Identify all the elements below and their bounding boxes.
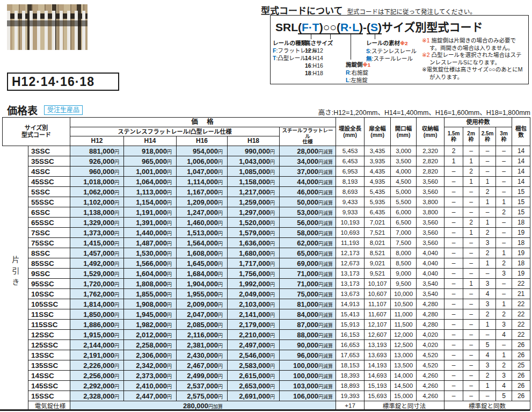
cell-unit: 円 <box>114 313 119 318</box>
cell-unit: 円 <box>270 343 275 349</box>
cell-f15: – <box>444 309 463 320</box>
cell-unit: 円 <box>167 374 172 379</box>
legend-item: R:右施錠 <box>346 69 370 76</box>
cell-unit: 円減算 <box>318 343 333 349</box>
table-row: 65SSC1,329,000円1,391,000円1,460,000円1,520… <box>3 218 530 228</box>
cell-f25: 1 <box>479 381 496 391</box>
legend-item-key: 16 <box>305 62 311 69</box>
cell-door: 5,435 <box>365 187 391 197</box>
legend-item-key: R <box>346 69 350 76</box>
cell-door: 10,607 <box>365 289 391 299</box>
cell-value: 1,113,000 <box>136 188 167 196</box>
cell-h14: 1,487,000円 <box>124 238 177 248</box>
cell-opening: 6,000 <box>391 207 417 218</box>
cell-value: 90,000 <box>297 341 318 349</box>
cell-unit: 円 <box>167 221 172 226</box>
cell-h18: 2,583,000円 <box>228 360 280 371</box>
cell-f3: 2 <box>496 207 512 218</box>
cell-pack: 19 <box>512 248 530 258</box>
cell-unit: 円 <box>218 272 223 277</box>
cell-h18: 1,158,000円 <box>228 177 280 187</box>
cell-code: 5SSC <box>28 187 70 197</box>
cell-steel: 34,000円減算 <box>280 156 336 167</box>
cell-value: 1,329,000 <box>83 219 114 227</box>
cell-h16: 1,904,000円 <box>177 279 228 289</box>
cell-buried: 10,193 <box>336 218 365 228</box>
cell-unit: 円減算 <box>318 292 333 298</box>
cell-h12: 1,062,000円 <box>70 187 124 197</box>
cell-unit: 円 <box>167 302 172 308</box>
cell-f15: – <box>444 299 463 309</box>
cell-unit: 円 <box>167 343 172 349</box>
cell-unit: 円 <box>114 282 119 287</box>
cell-f2: – <box>463 391 479 401</box>
connector-material <box>375 34 375 39</box>
cell-unit: 円 <box>270 323 275 328</box>
cell-steel: 62,000円減算 <box>280 238 336 248</box>
cell-h14: 1,191,000円 <box>124 207 177 218</box>
cell-value: 1,064,000 <box>136 178 167 186</box>
table-row: 10SSC1,762,000円1,855,000円1,955,000円2,049… <box>3 289 530 299</box>
cell-unit: 円 <box>114 241 119 247</box>
cell-value: 2,049,000 <box>239 290 270 298</box>
legend-item-key: F <box>273 47 276 54</box>
cell-h12: 1,018,000円 <box>70 177 124 187</box>
cell-f2: – <box>463 248 479 258</box>
cell-unit: 円 <box>218 190 223 196</box>
cell-unit: 円 <box>218 333 223 338</box>
cell-storage: 4,280 <box>417 309 444 320</box>
legend-item: L:左施錠 <box>346 76 370 84</box>
cell-pack: 19 <box>512 228 530 238</box>
cell-unit: 円 <box>270 160 275 165</box>
cell-h12: 926,000円 <box>70 156 124 167</box>
cell-door: 13,693 <box>365 350 391 360</box>
cell-code: 85SSC <box>28 258 70 269</box>
cell-door: 8,021 <box>365 238 391 248</box>
legend-item: 18:H18 <box>305 69 333 77</box>
cell-storage: 3,560 <box>417 187 444 197</box>
note-1: ※1 施錠側は片開きの場合のみ必要です。両開きの場合は入りません。 <box>422 37 526 52</box>
cell-unit: 円 <box>114 333 119 338</box>
cell-h14: 2,373,000円 <box>124 371 177 381</box>
cell-h14: 1,001,000円 <box>124 167 177 177</box>
electric-row-spacer <box>3 401 28 410</box>
cell-unit: 円 <box>114 292 119 298</box>
cell-unit: 円 <box>114 231 119 236</box>
cell-h12: 2,191,000円 <box>70 350 124 360</box>
cell-h18: 1,217,000円 <box>228 187 280 197</box>
cell-value: 71,000 <box>297 280 318 288</box>
cell-storage: 4,040 <box>417 258 444 269</box>
cell-value: 44,000 <box>297 178 318 186</box>
code-section-subtitle: 型式コードは下記に従って発注してください。 <box>347 7 476 16</box>
header-frame-3m: 3m 枠 <box>496 127 512 146</box>
cell-value: 990,000 <box>245 147 270 155</box>
cell-storage: 4,280 <box>417 299 444 309</box>
cell-f25: – <box>479 156 496 167</box>
cell-value: 2,373,000 <box>136 372 167 380</box>
cell-buried: 12,673 <box>336 258 365 269</box>
cell-door: 14,693 <box>365 371 391 381</box>
code-format-box: SRL(F·T)○○(R·L)-(S)サイズ別型式コード レールの種類F:フラッ… <box>270 15 529 84</box>
cell-unit: 円減算 <box>318 394 333 400</box>
cell-value: 2,179,000 <box>239 321 270 329</box>
cell-storage: 3,560 <box>417 218 444 228</box>
table-row: 9SSC1,529,000円1,604,000円1,684,000円1,756,… <box>3 269 530 279</box>
cell-h18: 2,497,000円 <box>228 340 280 350</box>
cell-value: 2,653,000 <box>239 382 270 390</box>
legend-item: S:ステンレスレール <box>366 47 417 55</box>
cell-unit: 円 <box>218 364 223 369</box>
cell-value: 1,259,000 <box>239 198 270 206</box>
cell-value: 1,904,000 <box>187 280 218 288</box>
cell-value: 2,691,000 <box>239 392 270 400</box>
cell-code: 95SSC <box>28 279 70 289</box>
cell-code: 13SSC <box>28 350 70 360</box>
legend-height-size: 高さサイズ12:H1214:H1416:H1618:H18 <box>305 39 333 77</box>
cell-unit: 円減算 <box>318 384 333 389</box>
cell-f3: – <box>496 279 512 289</box>
cell-unit: 円 <box>218 384 223 389</box>
note-1-text: 施錠側は片開きの場合のみ必要です。両開きの場合は入りません。 <box>429 37 516 51</box>
cell-value: 1,530,000 <box>136 249 167 257</box>
cell-h18: 2,179,000円 <box>228 320 280 330</box>
cell-f15: – <box>444 228 463 238</box>
cell-unit: 円 <box>167 292 172 298</box>
